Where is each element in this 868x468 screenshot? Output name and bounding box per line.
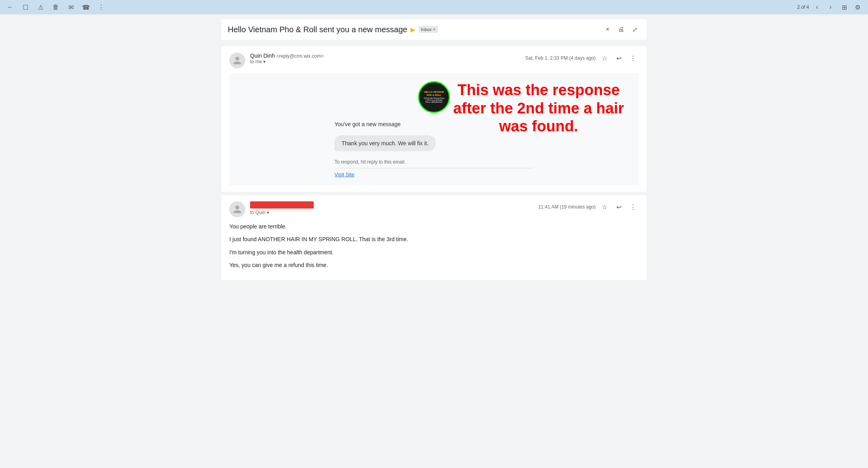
email-body-text-2: You people are terrible. I just found AN… [229,222,639,270]
date-text-2: 11:41 AM (19 minutes ago) [538,204,596,210]
more-button-2[interactable]: ⋮ [628,201,639,213]
back-button[interactable]: ← [5,2,16,13]
spam-button[interactable]: ⚠ [35,2,46,13]
forward-icon: ▶ [411,26,415,33]
star-button-2[interactable]: ☆ [599,201,610,213]
new-message-label: You've got a new message [334,121,401,127]
to-dropdown-1[interactable]: ▾ [263,59,266,64]
close-thread-button[interactable]: × [602,24,613,35]
brand-logo: HELLO VIETNAM PHO & ROLL 7215 N Lake Ple… [418,81,450,113]
nav-next-button[interactable]: › [825,2,836,13]
reply-hint: To respond, hit reply to this email. [334,159,406,165]
nav-prev-button[interactable]: ‹ [811,2,823,13]
toolbar-left: ← ☐ ⚠ 🗑 ✉ ☎ ⋮ [5,2,107,13]
more-options-button[interactable]: ⋮ [96,2,107,13]
email-counter: 2 of 4 [797,4,809,10]
sender-name-redacted [250,201,314,209]
body-line-3: I'm turning you into the health departme… [229,248,639,257]
toolbar-right: 2 of 4 ‹ › ⊞ ⚙ [797,2,863,13]
phone-button[interactable]: ☎ [80,2,92,13]
settings-button[interactable]: ⚙ [852,2,863,13]
badge-close-button[interactable]: × [433,27,436,32]
body-line-2: I just found ANOTHER HAIR IN MY SPRING R… [229,235,639,244]
more-button-1[interactable]: ⋮ [628,53,639,64]
reply-button-2[interactable]: ↩ [613,201,624,213]
mail-button[interactable]: ✉ [65,2,76,13]
email-message-2: to Quin ▾ 11:41 AM (19 minutes ago) ☆ ↩ … [221,195,647,280]
sender-email-1: <reply@crm.wix.com> [276,53,324,59]
to-label-1: to me ▾ [250,59,525,64]
sender-avatar-2 [229,201,245,217]
subject-row: Hello Vietnam Pho & Roll sent you a new … [221,19,647,40]
inbox-badge[interactable]: Inbox × [418,26,438,33]
email-body-1: HELLO VIETNAM PHO & ROLL 7215 N Lake Ple… [229,73,639,185]
chat-bubble: Thank you very much. We will fix it. [334,135,436,151]
to-dropdown-2[interactable]: ▾ [267,210,269,215]
divider [334,168,534,168]
email-date-1: Sat, Feb 1, 2:33 PM (4 days ago) ☆ ↩ ⋮ [525,53,639,64]
annotation-overlay: This was the response after the 2nd time… [446,81,631,136]
print-button[interactable]: 🖨 [616,24,627,35]
sender-name-1: Quin Dinh [250,53,275,59]
email-message-1: Quin Dinh <reply@crm.wix.com> to me ▾ Sa… [221,46,647,192]
annotation-text: This was the response after the 2nd time… [453,82,624,135]
to-label-2: to Quin ▾ [250,210,538,215]
subject-actions: × 🖨 ⤢ [602,24,640,35]
sender-info-2: to Quin ▾ [250,201,538,215]
inbox-label: Inbox [421,27,432,32]
grid-view-button[interactable]: ⊞ [839,2,850,13]
body-line-1: You people are terrible. [229,222,639,231]
sender-avatar-1 [229,53,245,68]
email-thread: Hello Vietnam Pho & Roll sent you a new … [215,14,653,285]
brand-logo-text: HELLO VIETNAM PHO & ROLL 7215 N Lake Ple… [422,89,446,105]
delete-button[interactable]: 🗑 [50,2,61,13]
archive-button[interactable]: ☐ [20,2,31,13]
reply-button-1[interactable]: ↩ [613,53,624,64]
top-toolbar: ← ☐ ⚠ 🗑 ✉ ☎ ⋮ 2 of 4 ‹ › ⊞ ⚙ [0,0,868,14]
visit-site-link[interactable]: Visit Site [334,172,354,177]
star-button-1[interactable]: ☆ [599,53,610,64]
email-subject: Hello Vietnam Pho & Roll sent you a new … [228,25,407,34]
new-window-button[interactable]: ⤢ [629,24,640,35]
email-header-1: Quin Dinh <reply@crm.wix.com> to me ▾ Sa… [229,53,639,68]
email-header-2: to Quin ▾ 11:41 AM (19 minutes ago) ☆ ↩ … [229,201,639,217]
email-date-2: 11:41 AM (19 minutes ago) ☆ ↩ ⋮ [538,201,639,213]
date-text-1: Sat, Feb 1, 2:33 PM (4 days ago) [525,55,596,61]
sender-info-1: Quin Dinh <reply@crm.wix.com> to me ▾ [250,53,525,64]
body-line-4: Yes, you can give me a refund this time. [229,261,639,269]
